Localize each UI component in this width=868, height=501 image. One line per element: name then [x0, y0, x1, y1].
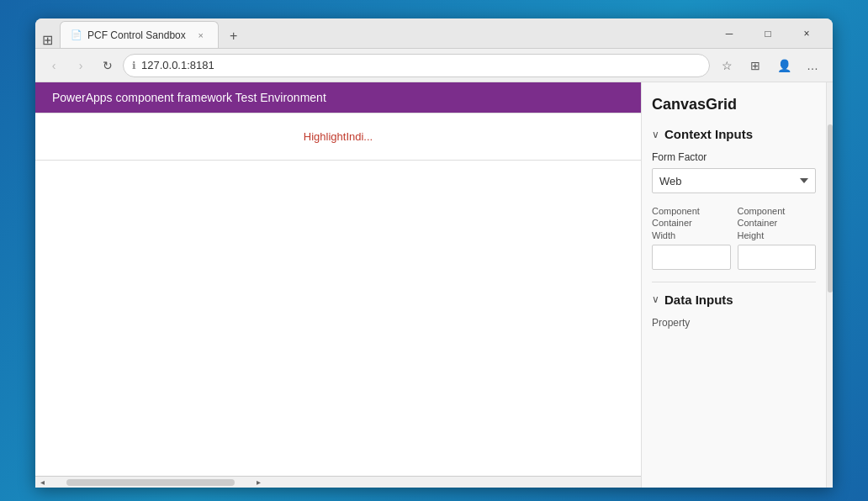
container-dimensions: ComponentContainerWidth ComponentContain… — [652, 205, 816, 270]
browser-window-icon: ⊞ — [42, 32, 53, 48]
minimize-button[interactable]: ─ — [710, 21, 749, 46]
collections-icon[interactable]: ⊞ — [742, 52, 769, 79]
context-inputs-chevron-icon[interactable]: ∨ — [652, 129, 659, 140]
property-field: Property — [652, 317, 816, 329]
favorites-icon[interactable]: ☆ — [713, 52, 740, 79]
form-factor-select[interactable]: Web Tablet Phone — [652, 168, 816, 193]
back-button[interactable]: ‹ — [42, 54, 66, 77]
address-bar-row: ‹ › ↻ ℹ 127.0.0.1:8181 ☆ ⊞ 👤 … — [35, 49, 833, 82]
property-label: Property — [652, 317, 816, 329]
right-panel: CanvasGrid ∨ Context Inputs Form Factor … — [641, 82, 826, 488]
window-controls: ─ □ × — [710, 21, 826, 46]
header-text: PowerApps component framework Test Envir… — [52, 91, 326, 104]
section-divider — [652, 282, 816, 282]
context-inputs-section-header: ∨ Context Inputs — [652, 127, 816, 141]
page-content: PowerApps component framework Test Envir… — [35, 82, 833, 488]
url-text: 127.0.0.1:8181 — [141, 59, 701, 71]
forward-button[interactable]: › — [69, 54, 93, 77]
more-options-icon[interactable]: … — [799, 52, 826, 79]
profile-icon[interactable]: 👤 — [770, 52, 797, 79]
form-factor-label: Form Factor — [652, 151, 816, 163]
right-panel-scrollbar[interactable] — [826, 82, 833, 488]
address-bar[interactable]: ℹ 127.0.0.1:8181 — [123, 54, 710, 77]
data-inputs-section-header: ∨ Data Inputs — [652, 293, 816, 307]
data-inputs-chevron-icon[interactable]: ∨ — [652, 293, 659, 305]
security-icon: ℹ — [132, 60, 136, 71]
context-inputs-title: Context Inputs — [664, 127, 753, 141]
maximize-button[interactable]: □ — [749, 21, 787, 46]
container-height-label: ComponentContainerHeight — [738, 205, 817, 241]
control-area: HighlightIndi... — [35, 113, 641, 476]
bottom-divider — [35, 160, 641, 161]
form-factor-field: Form Factor Web Tablet Phone — [652, 151, 816, 205]
tab-page-icon: 📄 — [71, 29, 82, 40]
scrollbar-thumb[interactable] — [66, 479, 235, 486]
container-width-input[interactable] — [652, 245, 731, 270]
browser-tab-active[interactable]: 📄 PCF Control Sandbox × — [60, 21, 219, 48]
toolbar-icons: ☆ ⊞ 👤 … — [713, 52, 826, 79]
reload-button[interactable]: ↻ — [96, 54, 119, 77]
page-header: PowerApps component framework Test Envir… — [35, 82, 641, 113]
main-area: PowerApps component framework Test Envir… — [35, 82, 641, 488]
container-height-input[interactable] — [738, 245, 817, 270]
new-tab-button[interactable]: + — [222, 24, 246, 48]
tab-label: PCF Control Sandbox — [87, 29, 186, 41]
scroll-left-arrow[interactable]: ◂ — [35, 477, 50, 487]
scroll-right-arrow[interactable]: ▸ — [251, 477, 266, 487]
container-height-field: ComponentContainerHeight — [738, 205, 817, 270]
container-width-field: ComponentContainerWidth — [652, 205, 731, 270]
right-panel-scrollbar-thumb[interactable] — [828, 124, 833, 293]
container-width-label: ComponentContainerWidth — [652, 205, 731, 241]
right-panel-scroll[interactable]: CanvasGrid ∨ Context Inputs Form Factor … — [642, 82, 826, 488]
highlighted-control-text: HighlightIndi... — [35, 113, 641, 160]
browser-window: ⊞ 📄 PCF Control Sandbox × + ─ □ × ‹ › ↻ — [35, 18, 833, 488]
close-button[interactable]: × — [787, 21, 826, 46]
horizontal-scrollbar[interactable]: ◂ ▸ — [35, 476, 641, 488]
desktop: ⊞ 📄 PCF Control Sandbox × + ─ □ × ‹ › ↻ — [0, 0, 868, 501]
title-bar: ⊞ 📄 PCF Control Sandbox × + ─ □ × — [35, 18, 833, 49]
tab-close-button[interactable]: × — [194, 29, 208, 42]
data-inputs-title: Data Inputs — [664, 293, 733, 307]
panel-title: CanvasGrid — [652, 96, 816, 113]
